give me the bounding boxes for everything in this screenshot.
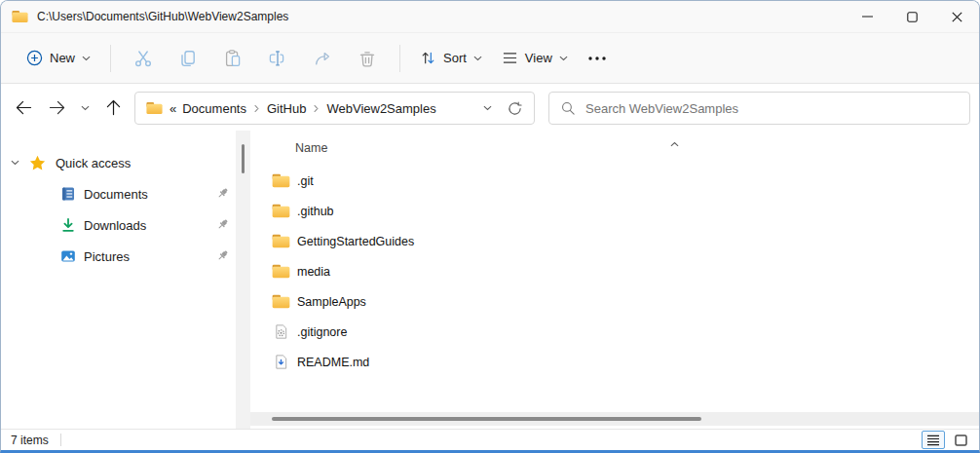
refresh-button[interactable] [508, 101, 522, 116]
back-arrow-icon [16, 100, 32, 115]
chevron-down-icon [473, 56, 482, 61]
copy-button[interactable] [166, 41, 210, 76]
breadcrumb-separator-icon [309, 104, 323, 113]
forward-button[interactable] [40, 92, 73, 125]
sidebar-scrollbar-thumb[interactable] [242, 144, 245, 173]
file-explorer-window: C:\Users\Documents\GitHub\WebView2Sample… [0, 0, 980, 453]
file-name: README.md [297, 356, 369, 369]
config-file-icon [272, 324, 290, 339]
copy-icon [178, 49, 198, 68]
file-list: Name .git .github GettingStartedGuides m… [250, 131, 980, 433]
file-row-readme[interactable]: README.md [254, 347, 973, 377]
title-bar[interactable]: C:\Users\Documents\GitHub\WebView2Sample… [1, 1, 979, 32]
sort-ascending-icon [670, 133, 679, 151]
forward-arrow-icon [49, 100, 65, 115]
delete-button[interactable] [345, 41, 390, 76]
share-button[interactable] [300, 41, 345, 76]
sort-button-label: Sort [443, 51, 467, 65]
command-toolbar: New [1, 32, 979, 84]
markdown-file-icon [272, 355, 290, 369]
paste-button[interactable] [210, 41, 255, 76]
trash-icon [358, 49, 377, 68]
sort-icon [420, 50, 436, 66]
folder-icon [272, 294, 290, 309]
breadcrumb-segment-github[interactable]: GitHub [264, 101, 309, 116]
new-button[interactable]: New [17, 41, 100, 76]
explorer-body: Quick access Documents [1, 131, 979, 433]
file-name: GettingStartedGuides [297, 235, 414, 248]
view-button[interactable]: View [492, 41, 578, 76]
minimize-button[interactable] [845, 1, 889, 32]
file-row-git[interactable]: .git [254, 166, 973, 196]
close-button[interactable] [934, 1, 979, 32]
column-header-name[interactable]: Name [295, 141, 327, 155]
up-arrow-icon [106, 99, 121, 116]
sidebar-item-label: Pictures [84, 249, 130, 264]
navigation-pane: Quick access Documents [1, 131, 236, 433]
up-button[interactable] [96, 92, 130, 125]
cut-button[interactable] [121, 41, 166, 76]
file-row-gettingstartedguides[interactable]: GettingStartedGuides [254, 226, 973, 256]
file-name: SampleApps [297, 295, 366, 309]
horizontal-scrollbar-thumb[interactable] [272, 417, 701, 421]
view-button-label: View [525, 51, 552, 65]
file-row-gitignore[interactable]: .gitignore [254, 317, 973, 347]
new-button-label: New [50, 51, 75, 65]
rename-button[interactable] [255, 41, 300, 76]
address-bar[interactable]: « Documents GitHub WebView2Samples [134, 92, 535, 125]
sidebar-item-downloads[interactable]: Downloads [1, 209, 236, 241]
folder-icon [272, 264, 290, 279]
paste-icon [223, 49, 243, 68]
file-name: .gitignore [297, 325, 347, 339]
breadcrumb-separator-icon [249, 104, 264, 113]
expand-chevron-icon[interactable] [11, 160, 19, 166]
minimize-icon [862, 16, 873, 18]
folder-icon [272, 234, 290, 248]
downloads-icon [60, 217, 76, 233]
horizontal-scrollbar[interactable] [250, 412, 980, 426]
sidebar-item-pictures[interactable]: Pictures [1, 241, 236, 272]
file-row-media[interactable]: media [254, 256, 973, 286]
window-title: C:\Users\Documents\GitHub\WebView2Sample… [37, 10, 288, 23]
sidebar-item-quick-access[interactable]: Quick access [1, 147, 236, 178]
close-icon [952, 12, 962, 22]
folder-icon [146, 101, 163, 115]
toolbar-separator [399, 45, 400, 72]
sort-button[interactable]: Sort [410, 41, 492, 76]
search-icon [561, 101, 575, 115]
pin-icon[interactable] [215, 217, 230, 236]
star-icon [29, 155, 46, 171]
sidebar-scrollbar[interactable] [236, 131, 250, 433]
file-name: .git [297, 174, 314, 188]
pin-icon[interactable] [215, 186, 230, 205]
sidebar-item-label: Documents [84, 187, 148, 202]
details-view-toggle[interactable] [922, 431, 945, 449]
folder-icon [272, 204, 290, 218]
maximize-button[interactable] [889, 1, 934, 32]
see-more-button[interactable] [578, 41, 617, 76]
large-icons-view-toggle[interactable] [949, 431, 972, 449]
pictures-icon [60, 248, 76, 264]
chevron-down-icon [483, 105, 492, 111]
file-name: .github [297, 205, 334, 218]
recent-locations-button[interactable] [73, 92, 96, 125]
breadcrumb-overflow[interactable]: « [167, 101, 179, 116]
search-box[interactable] [548, 92, 970, 125]
sidebar-item-documents[interactable]: Documents [1, 178, 236, 209]
search-input[interactable] [585, 101, 958, 116]
address-dropdown-button[interactable] [483, 105, 492, 111]
file-row-sampleapps[interactable]: SampleApps [254, 286, 973, 317]
folder-icon [12, 10, 28, 23]
pin-icon[interactable] [215, 248, 230, 267]
file-row-github[interactable]: .github [254, 196, 973, 226]
chevron-down-icon [559, 56, 568, 61]
ellipsis-icon [588, 57, 606, 60]
large-icons-view-icon [955, 434, 967, 446]
breadcrumb-segment-webview2samples[interactable]: WebView2Samples [323, 101, 438, 116]
status-separator [60, 434, 61, 446]
view-icon [502, 51, 518, 65]
back-button[interactable] [7, 92, 40, 125]
breadcrumb-segment-documents[interactable]: Documents [179, 101, 249, 116]
details-view-icon [926, 434, 940, 446]
sidebar-item-label: Downloads [84, 218, 146, 233]
